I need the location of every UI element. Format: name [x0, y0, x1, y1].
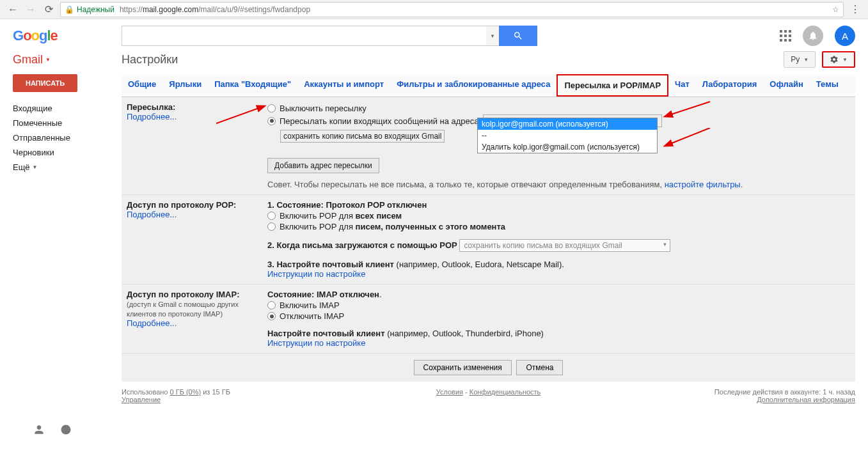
- forwarding-address-dropdown: kolp.igor@gmail.com (используется) -- Уд…: [477, 118, 658, 153]
- tab-general[interactable]: Общие: [122, 74, 162, 97]
- browser-toolbar: ← → ⟳ 🔒 Надежный https://mail.google.com…: [0, 0, 868, 19]
- chevron-down-icon: ▼: [33, 164, 38, 170]
- activity-details-link[interactable]: Дополнительная информация: [757, 396, 855, 403]
- sidebar-item-starred[interactable]: Помеченные: [13, 116, 122, 130]
- secure-label: Надежный: [77, 5, 114, 14]
- pop-enable-all-radio[interactable]: [267, 212, 276, 220]
- configure-filters-link[interactable]: настройте фильтры: [665, 180, 741, 189]
- hangouts-icon[interactable]: [59, 423, 73, 437]
- address-bar[interactable]: 🔒 Надежный https://mail.google.com/mail/…: [60, 2, 844, 17]
- disable-forwarding-label: Выключить пересылку: [280, 104, 367, 113]
- pop-setup-instructions-link[interactable]: Инструкции по настройке: [267, 269, 365, 279]
- page-title: Настройки: [122, 53, 178, 66]
- bookmark-star-icon[interactable]: ☆: [832, 5, 839, 14]
- app-header: Google ▼ А: [0, 19, 868, 51]
- back-button[interactable]: ←: [4, 2, 22, 17]
- imap-learn-more-link[interactable]: Подробнее...: [127, 318, 177, 328]
- settings-gear-button[interactable]: ▼: [822, 51, 855, 68]
- pop-label: Доступ по протоколу POP:: [127, 200, 236, 210]
- content-area: Общие Ярлыки Папка "Входящие" Аккаунты и…: [122, 74, 855, 410]
- tab-labels[interactable]: Ярлыки: [162, 74, 208, 97]
- url-text: https://mail.google.com/mail/ca/u/9/#set…: [120, 5, 310, 14]
- forwarding-learn-more-link[interactable]: Подробнее...: [127, 112, 177, 121]
- compose-button[interactable]: НАПИСАТЬ: [13, 74, 77, 92]
- imap-label: Доступ по протоколу IMAP:: [127, 290, 239, 299]
- pop-action-select[interactable]: сохранить копию письма во входящих Gmail: [459, 239, 670, 252]
- gmail-dropdown[interactable]: Gmail▼: [13, 53, 122, 66]
- lock-icon: 🔒: [65, 5, 74, 14]
- imap-setup-instructions-link[interactable]: Инструкции по настройке: [267, 338, 365, 348]
- imap-sublabel: (доступ к Gmail с помощью других клиенто…: [127, 300, 239, 318]
- search-input[interactable]: [122, 26, 486, 46]
- search-button[interactable]: [499, 26, 537, 46]
- account-avatar[interactable]: А: [835, 26, 855, 46]
- sidebar-item-drafts[interactable]: Черновики: [13, 145, 122, 160]
- dropdown-option-separator: --: [478, 130, 657, 141]
- chevron-down-icon: ▼: [45, 57, 51, 63]
- google-logo[interactable]: Google: [13, 27, 122, 44]
- subheader: Gmail▼ Настройки Ру▼ ▼: [0, 51, 868, 74]
- contacts-icon[interactable]: [32, 423, 46, 437]
- language-button[interactable]: Ру▼: [784, 51, 816, 68]
- enable-forwarding-label: Пересылать копии входящих сообщений на а…: [280, 116, 479, 126]
- tab-filters[interactable]: Фильтры и заблокированные адреса: [390, 74, 556, 97]
- enable-forwarding-radio[interactable]: [267, 117, 276, 125]
- reload-button[interactable]: ⟳: [40, 2, 58, 17]
- tab-offline[interactable]: Офлайн: [763, 74, 810, 97]
- tab-labs[interactable]: Лаборатория: [696, 74, 763, 97]
- tab-inbox[interactable]: Папка "Входящие": [208, 74, 297, 97]
- save-changes-button[interactable]: Сохранить изменения: [414, 360, 512, 375]
- chevron-down-icon: ▼: [803, 57, 809, 63]
- sidebar-item-more[interactable]: Ещё▼: [13, 160, 122, 175]
- forwarding-tip: Совет. Чтобы пересылать не все письма, а…: [267, 180, 850, 189]
- dropdown-option-current[interactable]: kolp.igor@gmail.com (используется): [478, 118, 657, 130]
- dropdown-option-remove[interactable]: Удалить kolp.igor@gmail.com (используетс…: [478, 141, 657, 153]
- sidebar-item-inbox[interactable]: Входящие: [13, 101, 122, 116]
- svg-line-2: [665, 128, 710, 146]
- settings-tabs: Общие Ярлыки Папка "Входящие" Аккаунты и…: [122, 74, 855, 97]
- keep-copy-select[interactable]: сохранить копию письма во входящих Gmail: [280, 130, 445, 143]
- add-forwarding-address-button[interactable]: Добавить адрес пересылки: [267, 158, 379, 173]
- annotation-arrow-bottom-right: [659, 128, 716, 153]
- svg-point-3: [61, 425, 71, 435]
- imap-enable-radio[interactable]: [267, 301, 276, 309]
- cancel-button[interactable]: Отмена: [516, 360, 563, 375]
- chevron-down-icon: ▼: [842, 57, 848, 63]
- forwarding-section: Пересылка: Подробнее... Выключить пересы…: [122, 97, 855, 195]
- save-row: Сохранить изменения Отмена: [122, 354, 855, 382]
- terms-link[interactable]: Условия: [436, 388, 463, 396]
- sidebar: НАПИСАТЬ Входящие Помеченные Отправленны…: [13, 74, 122, 410]
- footer: Использовано 0 ГБ (0%) из 15 ГБ Управлен…: [122, 382, 855, 410]
- pop-enable-new-radio[interactable]: [267, 222, 276, 231]
- browser-menu-icon[interactable]: ⋮: [846, 3, 864, 15]
- search-icon: [513, 31, 523, 41]
- forwarding-label: Пересылка:: [127, 102, 175, 112]
- tab-forwarding-pop-imap[interactable]: Пересылка и POP/IMAP: [556, 74, 668, 97]
- forward-button[interactable]: →: [22, 2, 40, 17]
- tab-themes[interactable]: Темы: [810, 74, 845, 97]
- tab-accounts[interactable]: Аккаунты и импорт: [297, 74, 390, 97]
- tab-chat[interactable]: Чат: [668, 74, 696, 97]
- disable-forwarding-radio[interactable]: [267, 104, 276, 113]
- sidebar-item-sent[interactable]: Отправленные: [13, 130, 122, 145]
- manage-storage-link[interactable]: Управление: [122, 396, 161, 403]
- imap-section: Доступ по протоколу IMAP: (доступ к Gmai…: [122, 284, 855, 354]
- search-options-dropdown[interactable]: ▼: [486, 26, 499, 46]
- apps-grid-icon[interactable]: [780, 30, 791, 42]
- hangouts-bar: [0, 410, 868, 437]
- pop-section: Доступ по протоколу POP: Подробнее... 1.…: [122, 195, 855, 284]
- notifications-icon[interactable]: [803, 26, 823, 46]
- search-container: ▼: [122, 26, 537, 46]
- gear-icon: [830, 55, 839, 64]
- imap-disable-radio[interactable]: [267, 312, 276, 320]
- activity-text: Последние действия в аккаунте: 1 ч. наза…: [714, 388, 855, 396]
- pop-learn-more-link[interactable]: Подробнее...: [127, 210, 177, 219]
- main-layout: НАПИСАТЬ Входящие Помеченные Отправленны…: [0, 74, 868, 410]
- privacy-link[interactable]: Конфиденциальность: [470, 388, 541, 396]
- storage-usage-link[interactable]: 0 ГБ (0%): [170, 388, 201, 396]
